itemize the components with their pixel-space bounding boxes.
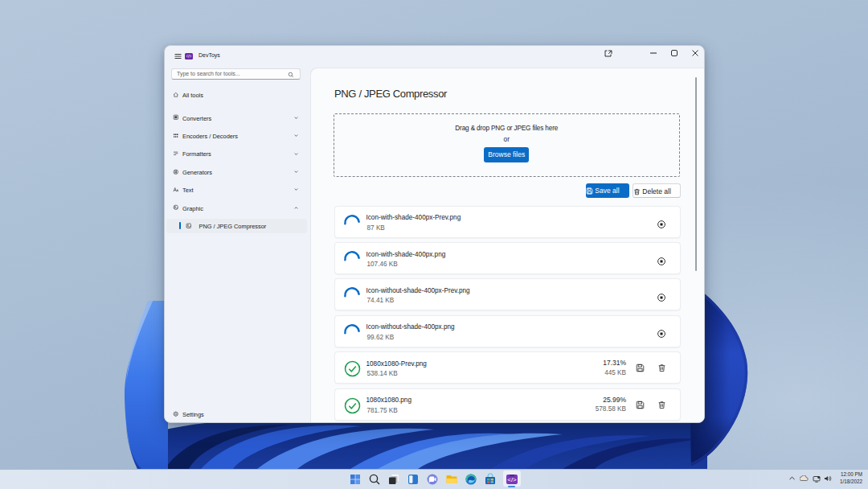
- svg-text:</>: </>: [507, 476, 517, 483]
